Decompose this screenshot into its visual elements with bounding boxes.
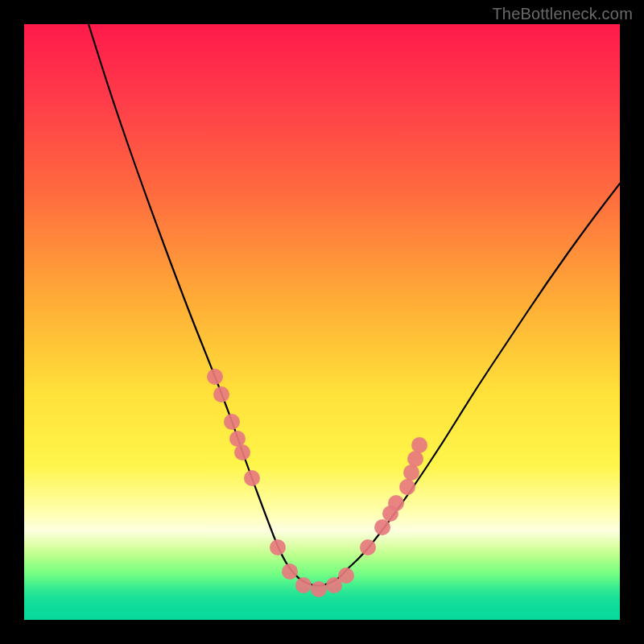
marker-dot xyxy=(374,519,390,535)
marker-dot xyxy=(407,451,423,467)
marker-dot xyxy=(229,431,246,447)
marker-dot xyxy=(399,479,415,495)
marker-dot xyxy=(411,437,427,453)
marker-dot xyxy=(295,577,312,593)
marker-dot xyxy=(311,581,327,597)
marker-dots xyxy=(207,369,427,597)
marker-dot xyxy=(207,369,223,385)
marker-dot xyxy=(360,539,376,555)
marker-dot xyxy=(244,470,260,486)
marker-dot xyxy=(403,464,419,481)
marker-dot xyxy=(282,564,298,580)
chart-svg xyxy=(24,24,620,620)
marker-dot xyxy=(338,568,354,584)
marker-dot xyxy=(213,386,229,402)
plot-area xyxy=(24,24,620,620)
marker-dot xyxy=(388,495,404,511)
watermark-text: TheBottleneck.com xyxy=(492,5,633,23)
chart-stage: TheBottleneck.com xyxy=(0,0,644,644)
marker-dot xyxy=(270,539,286,555)
marker-dot xyxy=(224,414,240,430)
marker-dot xyxy=(234,444,250,460)
bottleneck-curve xyxy=(89,24,620,586)
